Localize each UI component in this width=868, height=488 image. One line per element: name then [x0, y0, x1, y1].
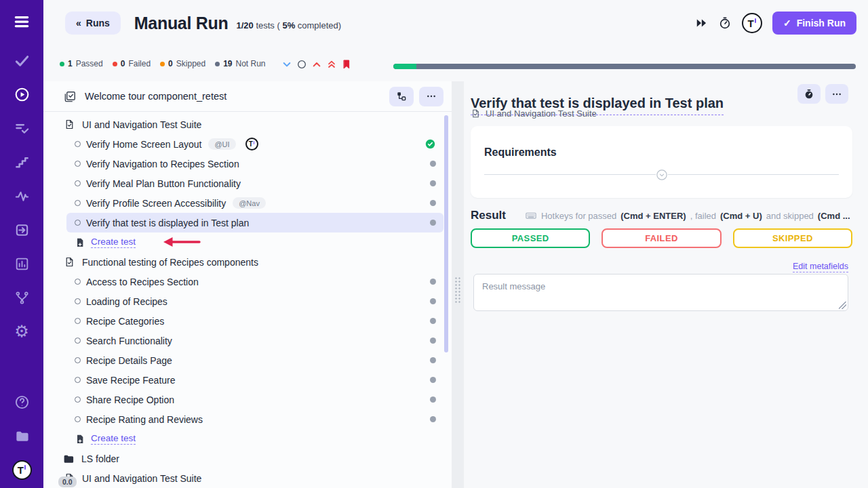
menu-icon	[13, 13, 31, 30]
sidebar-item-play-circle[interactable]	[0, 77, 43, 111]
test-circle-icon	[75, 338, 81, 344]
test-circle-icon	[75, 161, 81, 167]
suite-row[interactable]: UI and Navigation Test Suite	[43, 115, 452, 134]
test-detail-panel: Verify that test is displayed in Test pl…	[464, 81, 868, 488]
stopwatch-icon[interactable]	[718, 16, 732, 30]
sidebar-item-folder[interactable]	[0, 419, 43, 453]
file-check-icon	[64, 256, 75, 268]
chevron-up-icon[interactable]	[311, 59, 322, 70]
chevron-down-icon[interactable]	[281, 59, 292, 70]
test-row[interactable]: Verify Navigation to Recipes Section	[66, 154, 443, 174]
chevrons-left-icon: «	[76, 18, 81, 28]
notrun-dot-icon	[430, 396, 436, 403]
notrun-dot-icon	[430, 357, 436, 363]
sidebar-item-steps[interactable]	[0, 145, 43, 179]
result-passed-button[interactable]: PASSED	[471, 228, 590, 248]
sidebar-bottom-group: T	[0, 385, 43, 487]
steps-icon	[14, 155, 30, 170]
test-row[interactable]: Share Recipe Option	[66, 390, 443, 409]
sidebar-item-branch[interactable]	[0, 281, 43, 314]
red-arrow-annotation	[163, 237, 201, 247]
detail-more-button[interactable]	[825, 84, 848, 104]
row-label: Verify Navigation to Recipes Section	[86, 159, 239, 169]
drag-handle-icon[interactable]	[454, 277, 461, 304]
row-label: Functional testing of Recipes components	[82, 257, 258, 268]
sidebar-item-import[interactable]	[0, 213, 43, 247]
finish-run-button[interactable]: ✓ Finish Run	[772, 12, 856, 35]
timer-button[interactable]	[797, 84, 821, 104]
test-row[interactable]: Verify that test is displayed in Test pl…	[66, 213, 443, 232]
suite-breadcrumb-label: UI and Navigation Test Suite	[486, 108, 597, 119]
back-to-runs-button[interactable]: « Runs	[65, 12, 121, 35]
sidebar-item-chart[interactable]	[0, 247, 43, 281]
test-row[interactable]: Verify Profile Screen Accessibility@Nav	[66, 193, 443, 213]
create-test-row[interactable]: Create test	[43, 429, 452, 449]
file-plus-icon	[75, 237, 85, 248]
result-skipped-button[interactable]: SKIPPED	[733, 228, 852, 248]
workspace-avatar[interactable]: T	[742, 13, 762, 33]
hotkey-text: (Cmd + ENTER)	[620, 211, 686, 221]
requirements-title: Requirements	[484, 146, 557, 159]
row-label: Verify that test is displayed in Test pl…	[86, 218, 249, 228]
notrun-dot-icon	[430, 416, 436, 422]
create-test-link[interactable]: Create test	[91, 433, 136, 445]
fast-forward-icon[interactable]	[694, 16, 708, 30]
edit-metafields-link[interactable]: Edit metafields	[793, 262, 848, 272]
help-icon	[14, 394, 30, 410]
suite-row[interactable]: 0.0UI and Navigation Test Suite	[43, 468, 452, 488]
test-circle-icon	[75, 180, 81, 186]
test-row[interactable]: Recipe Details Page	[66, 350, 443, 370]
sidebar-item-help[interactable]	[0, 385, 43, 419]
sidebar-item-check[interactable]	[0, 43, 43, 77]
test-tree-panel: Welcome tour component_retest UI and Nav…	[43, 81, 452, 488]
row-label: Access to Recipes Section	[86, 277, 199, 287]
stat-not-run: 19Not Run	[215, 59, 265, 68]
priority-filters	[281, 59, 352, 70]
logo-icon: T	[12, 460, 32, 480]
test-row[interactable]: Access to Recipes Section	[66, 272, 443, 291]
tree-view-button[interactable]	[389, 87, 414, 106]
circle-o-icon[interactable]	[296, 59, 307, 70]
test-row[interactable]: Search Functionality	[66, 331, 443, 350]
test-circle-icon	[75, 279, 81, 285]
folder-row[interactable]: LS folder	[43, 449, 452, 468]
test-row[interactable]: Recipe Categories	[66, 311, 443, 331]
ellipsis-icon	[426, 91, 437, 102]
test-row[interactable]: Verify Home Screen Layout@UIT	[66, 134, 443, 154]
app-sidebar: ⚙T	[0, 0, 43, 488]
status-bar: 1Passed 0Failed 0Skipped 19Not Run	[43, 57, 868, 75]
create-test-link[interactable]: Create test	[91, 237, 136, 248]
sidebar-item-list-check[interactable]	[0, 111, 43, 145]
sidebar-item-gear[interactable]: ⚙	[0, 314, 43, 348]
list-check-icon	[14, 121, 30, 136]
chevrons-up-icon[interactable]	[326, 59, 337, 70]
expand-chevron-icon[interactable]	[656, 169, 668, 181]
import-icon	[14, 222, 30, 238]
row-label: UI and Navigation Test Suite	[82, 119, 201, 130]
tree-scrollbar[interactable]	[444, 115, 448, 352]
finish-run-label: Finish Run	[797, 18, 846, 28]
sidebar-item-pulse[interactable]	[0, 179, 43, 213]
timer-icon	[804, 89, 814, 100]
suite-row[interactable]: Functional testing of Recipes components	[43, 252, 452, 272]
create-test-row[interactable]: Create test	[43, 232, 452, 252]
sidebar-item-logo[interactable]: T	[0, 453, 43, 487]
notrun-dot-icon	[430, 161, 436, 167]
bookmark-icon[interactable]	[341, 59, 352, 70]
notrun-dot-icon	[430, 200, 436, 206]
suite-breadcrumb[interactable]: UI and Navigation Test Suite	[471, 108, 597, 119]
tree-more-button[interactable]	[419, 87, 443, 106]
result-message-input[interactable]	[473, 274, 848, 311]
status-dot-icon	[160, 62, 165, 66]
sidebar-item-menu[interactable]	[0, 0, 43, 43]
checklist-icon	[64, 90, 77, 103]
test-row[interactable]: Recipe Rating and Reviews	[66, 409, 443, 429]
automation-logo-icon: T	[245, 138, 258, 150]
test-row[interactable]: Save Recipe Feature	[66, 370, 443, 390]
hotkey-text: (Cmd + U)	[720, 211, 762, 221]
test-row[interactable]: Verify Meal Plan Button Functionality	[66, 174, 443, 193]
status-dot-icon	[60, 62, 64, 66]
result-failed-button[interactable]: FAILED	[601, 228, 721, 248]
panel-resize-divider[interactable]	[452, 81, 464, 488]
test-row[interactable]: Loading of Recipes	[66, 291, 443, 311]
